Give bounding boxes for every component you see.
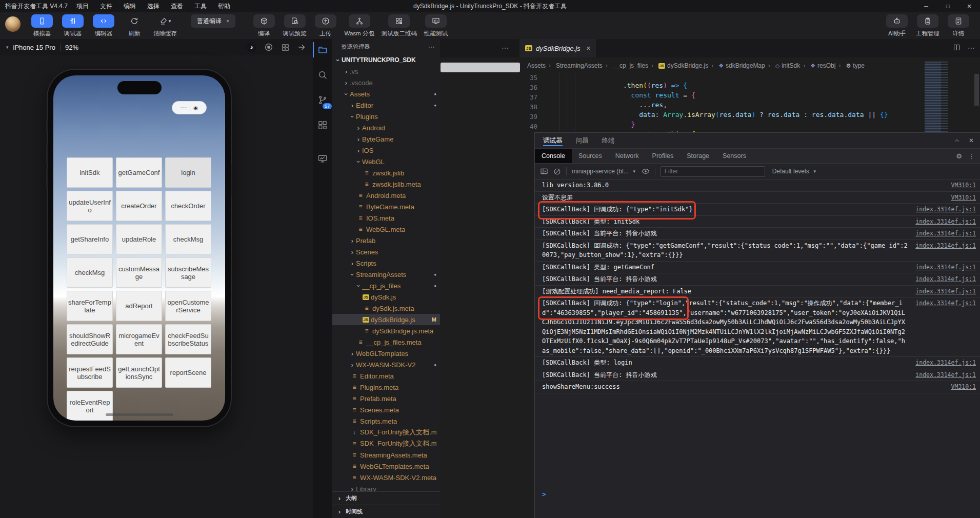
sidebar-item-source-control[interactable]: 57 — [313, 93, 332, 107]
debugger-tab[interactable]: 问题 — [576, 133, 589, 148]
tree-row[interactable]: › ≡ Scenes.meta — [332, 404, 440, 415]
sdk-test-button[interactable]: initSdk — [67, 157, 113, 188]
log-source-link[interactable]: index.3314ef.js:1 — [915, 298, 976, 308]
zoom-level[interactable]: 92% — [65, 44, 78, 51]
toolbar-button[interactable]: ▾ 详情 — [947, 14, 970, 37]
sdk-test-button[interactable]: login — [165, 157, 211, 188]
sdk-test-button[interactable]: getShareInfo — [67, 224, 113, 254]
sidebar-item-search[interactable] — [313, 68, 332, 82]
editor-tab-active[interactable]: JS dySdkBridge.js ✕ — [519, 39, 597, 57]
detach-arrow-icon[interactable] — [297, 43, 307, 52]
sdk-test-button[interactable]: checkFeedSubscribeStatus — [165, 324, 211, 354]
tree-row[interactable]: › ≡ dySdk.js.meta — [332, 303, 440, 314]
devtools-tab[interactable]: Sensors — [716, 149, 753, 163]
split-editor-icon[interactable] — [953, 44, 961, 51]
tree-row[interactable]: › Plugins — [332, 111, 440, 122]
menu-item[interactable]: 查看 — [165, 0, 189, 12]
tree-row[interactable]: › ≡ __cp_js_files.meta — [332, 336, 440, 348]
log-source-link[interactable]: index.3314ef.js:1 — [915, 217, 976, 227]
sdk-test-button[interactable]: getLaunchOptionsSync — [116, 357, 162, 388]
sdk-test-button[interactable]: shareForTemplate — [67, 291, 113, 321]
tree-row[interactable]: › Editor ● — [332, 99, 440, 111]
breadcrumb-item[interactable]: ⚙ type — [835, 62, 865, 69]
tree-row[interactable]: › ≡ Prefab.meta — [332, 393, 440, 404]
tree-row[interactable]: › Scenes — [332, 246, 440, 257]
sidebar-item-explorer[interactable] — [313, 43, 332, 56]
breadcrumb-item[interactable]: ❖ resObj — [800, 62, 835, 69]
menu-item[interactable]: 工具 — [189, 0, 212, 12]
console-prompt[interactable]: > — [535, 488, 980, 500]
more-actions-icon[interactable]: ⋯ — [502, 44, 509, 52]
tree-row[interactable]: › IOS — [332, 145, 440, 156]
tree-row[interactable]: › ≡ Editor.meta — [332, 370, 440, 382]
breadcrumb-item[interactable]: ❖ sdkBridgeMap — [708, 62, 765, 69]
tree-row[interactable]: › JS dySdkBridge.js M — [332, 314, 440, 325]
sidebar-item-extensions[interactable] — [313, 118, 332, 132]
minigame-capsule[interactable]: ⋯ ◉ — [172, 101, 207, 114]
toolbar-button[interactable]: ▾ 调试器 — [61, 14, 85, 37]
sdk-test-button[interactable]: updateRole — [116, 224, 162, 254]
toolbar-button[interactable]: ▾ 编译 — [252, 14, 276, 37]
screen-record-icon[interactable] — [264, 43, 273, 52]
collapse-panel-icon[interactable] — [953, 137, 961, 144]
tree-row[interactable]: › .vs — [332, 66, 440, 77]
sdk-test-button[interactable]: customMessage — [116, 257, 162, 288]
chevron-down-icon[interactable]: ▾ — [6, 45, 9, 50]
tree-row[interactable]: › ≡ dySdkBridge.js.meta — [332, 325, 440, 336]
toolbar-button[interactable]: ▾ 测试版二维码 — [382, 14, 417, 37]
eye-live-expression-icon[interactable] — [642, 167, 650, 175]
log-source-link[interactable]: VM310:1 — [951, 193, 976, 203]
sdk-test-button[interactable]: subscribeMessage — [165, 257, 211, 288]
scrollbar-thumb-horizontal[interactable] — [441, 63, 520, 72]
log-source-link[interactable]: index.3314ef.js:1 — [915, 205, 976, 214]
user-avatar[interactable] — [5, 16, 21, 32]
tree-row[interactable]: › JS dySdk.js — [332, 291, 440, 303]
settings-gear-icon[interactable]: ⚙ — [956, 152, 962, 160]
tree-row[interactable]: › ≡ zwsdk.jslib — [332, 167, 440, 178]
tree-row[interactable]: › ≡ Plugins.meta — [332, 382, 440, 393]
sdk-test-button[interactable]: checkMsg — [165, 224, 211, 254]
log-source-link[interactable]: index.3314ef.js:1 — [915, 370, 976, 380]
toolbar-button[interactable]: ▾ 编辑器 — [92, 14, 115, 37]
more-actions-icon[interactable]: ⋯ — [428, 43, 435, 51]
tree-row[interactable]: › ≡ WebGLTemplates.meta — [332, 461, 440, 472]
log-levels-dropdown[interactable]: Default levels ▼ — [772, 168, 817, 175]
log-source-link[interactable]: index.3314ef.js:1 — [915, 229, 976, 238]
console-sidebar-icon[interactable] — [540, 167, 548, 175]
execution-context-selector[interactable]: miniapp-service (bl... ▼ — [572, 168, 636, 175]
toolbar-button[interactable]: ▾ 上传 — [314, 14, 337, 37]
log-source-link[interactable]: VM310:1 — [951, 382, 976, 392]
tree-row[interactable]: › ≡ ByteGame.meta — [332, 201, 440, 212]
sdk-test-button[interactable]: openCustomerService — [165, 291, 211, 321]
project-root-row[interactable]: › UNITYTRUNCKPRO_SDK — [332, 54, 440, 66]
tree-row[interactable]: › ≡ Scripts.meta — [332, 415, 440, 427]
capsule-more-icon[interactable]: ⋯ — [181, 104, 187, 111]
close-panel-icon[interactable]: ✕ — [969, 137, 974, 144]
devtools-tab[interactable]: Network — [609, 149, 646, 163]
menu-item[interactable]: 选择 — [142, 0, 165, 12]
tree-row[interactable]: › WX-WASM-SDK-V2 ● — [332, 359, 440, 370]
device-selector[interactable]: iPhone 15 Pro — [13, 44, 55, 51]
sdk-test-button[interactable]: updateUserInfo — [67, 191, 113, 221]
clear-console-icon[interactable] — [553, 168, 561, 175]
toolbar-button[interactable]: ▾ 工程管理 — [916, 14, 939, 37]
code-editor[interactable]: 35 .then((res) => { 36 const result = { … — [440, 73, 980, 131]
minimize-button[interactable]: ─ — [915, 0, 937, 12]
tree-row[interactable]: › ≡ StreamingAssets.meta — [332, 449, 440, 461]
tree-row[interactable]: › ≡ WebGL.meta — [332, 224, 440, 235]
menu-item[interactable]: 项目 — [71, 0, 94, 12]
close-button[interactable]: ✕ — [958, 0, 980, 12]
devtools-tab[interactable]: Sources — [572, 149, 609, 163]
tree-row[interactable]: › Assets ● — [332, 88, 440, 99]
toolbar-button[interactable]: ▾ AI助手 — [885, 14, 909, 37]
tree-row[interactable]: › ≡ WX-WASM-SDK-V2.meta — [332, 472, 440, 483]
minimap[interactable] — [925, 62, 948, 140]
tree-row[interactable]: › ≡ zwsdk.jslib.meta — [332, 178, 440, 190]
devtools-tab[interactable]: Console — [535, 149, 572, 163]
sidebar-item-performance[interactable] — [313, 152, 332, 165]
sdk-test-button[interactable]: adReport — [116, 291, 162, 321]
log-source-link[interactable]: index.3314ef.js:1 — [915, 241, 976, 251]
tree-row[interactable]: › .vscode — [332, 77, 440, 88]
tree-row[interactable]: › ↓ SDK_ForUnity接入文档.md — [332, 427, 440, 438]
toolbar-button[interactable]: ▾ 模拟器 — [30, 14, 54, 37]
